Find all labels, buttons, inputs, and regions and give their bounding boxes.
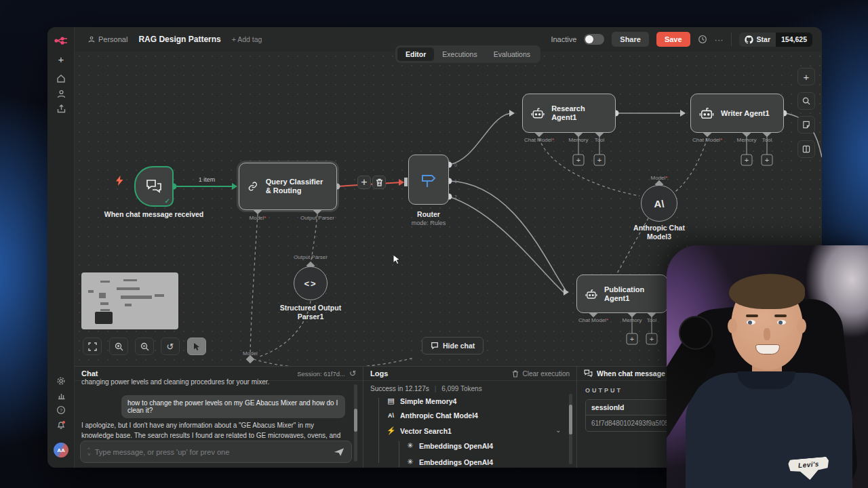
node-anthropic-chat-model[interactable]: A\ xyxy=(641,185,677,222)
toggle-panel-button[interactable] xyxy=(797,140,815,158)
zoom-out-icon xyxy=(140,342,149,351)
add-tag-button[interactable]: + Add tag xyxy=(232,35,262,43)
topbar-divider xyxy=(731,33,732,46)
sticky-note-button[interactable] xyxy=(797,116,815,134)
research-agent-label: Research Agent1 xyxy=(551,104,607,121)
add-node-on-edge-button[interactable]: + xyxy=(357,176,371,189)
node-query-classifier[interactable]: Query Classifier & Routing xyxy=(239,163,337,210)
add-workflow-button[interactable]: + xyxy=(47,51,75,67)
output-section-label: OUTPUT xyxy=(585,387,623,394)
clear-execution-button[interactable]: Clear execution xyxy=(512,370,570,378)
tab-editor[interactable]: Editor xyxy=(397,47,434,61)
minimap-viewport[interactable] xyxy=(95,312,113,324)
router-node-label: Router xyxy=(417,210,440,219)
research-tool-port: Tool xyxy=(595,137,605,143)
save-button[interactable]: Save xyxy=(656,32,690,47)
help-icon[interactable]: ? xyxy=(47,402,75,418)
home-icon[interactable] xyxy=(47,70,75,87)
svg-text:2: 2 xyxy=(454,195,457,199)
presenter-eye xyxy=(777,320,786,325)
presenter-brow xyxy=(746,314,758,317)
memory-icon: ▤ xyxy=(387,396,395,405)
publication-tool-port: Tool xyxy=(647,317,657,323)
send-icon[interactable] xyxy=(334,447,344,457)
node-router[interactable] xyxy=(408,155,449,205)
publication-agent-label: Publication Agent1 xyxy=(604,285,659,302)
svg-text:?: ? xyxy=(60,407,62,413)
workflow-title[interactable]: RAG Design Patterns xyxy=(138,35,220,44)
insights-chart-icon[interactable] xyxy=(47,387,75,403)
input-resize-hint: ^˅ xyxy=(87,447,91,458)
tab-evaluations[interactable]: Evaluations xyxy=(486,47,538,61)
logs-scrollbar[interactable] xyxy=(569,394,572,464)
collapse-chevron-icon[interactable]: ⌄ xyxy=(555,426,561,434)
zoom-out-button[interactable] xyxy=(135,338,154,355)
chat-trigger-icon xyxy=(146,179,162,194)
robot-icon xyxy=(585,287,597,301)
more-options-button[interactable]: ··· xyxy=(715,35,724,45)
editor-tabs: Editor Executions Evaluations xyxy=(395,45,540,63)
active-toggle[interactable] xyxy=(584,34,604,45)
tab-executions[interactable]: Executions xyxy=(434,47,485,61)
bottom-model-port-label: Model xyxy=(243,350,258,357)
hide-chat-button[interactable]: Hide chat xyxy=(422,337,484,354)
node-research-agent[interactable]: Research Agent1 xyxy=(522,94,616,133)
breadcrumb[interactable]: Personal xyxy=(88,35,127,43)
log-item-vector-search[interactable]: ⚡ Vector Search1 xyxy=(387,426,452,435)
tidy-up-button[interactable] xyxy=(187,338,206,355)
github-star-widget[interactable]: Star 154,625 xyxy=(739,33,812,47)
trigger-lightning-icon[interactable] xyxy=(115,176,124,188)
robot-icon xyxy=(531,106,545,120)
svg-text:+: + xyxy=(576,156,580,164)
svg-text:+: + xyxy=(630,335,634,343)
chat-input-box[interactable]: ^˅ xyxy=(80,441,352,463)
canvas-minimap[interactable] xyxy=(81,272,178,329)
node-chat-trigger[interactable]: ✓ xyxy=(134,166,174,207)
publication-chat-model-port: Chat Model* xyxy=(578,317,608,323)
execution-status: Success in 12.127s | 6,099 Tokens xyxy=(370,385,482,392)
router-signpost-icon xyxy=(419,170,438,189)
history-clock-icon[interactable] xyxy=(698,35,707,44)
chat-panel: Chat Session: 61f7d... ↺ changing power … xyxy=(75,367,363,468)
share-workflows-icon[interactable] xyxy=(47,100,75,117)
link-icon xyxy=(248,178,258,195)
presenter-torso xyxy=(686,373,852,488)
node-publication-agent[interactable]: Publication Agent1 xyxy=(576,274,668,313)
search-canvas-button[interactable] xyxy=(797,92,815,110)
log-item-simple-memory[interactable]: ▤ Simple Memory4 xyxy=(387,396,456,405)
log-item-embeddings-1[interactable]: ✳ Embeddings OpenAI4 xyxy=(406,441,493,450)
presenter-brow xyxy=(774,314,787,317)
notifications-bell-icon[interactable] xyxy=(47,417,75,433)
vector-search-icon: ⚡ xyxy=(387,426,395,435)
webcam-overlay: Levi's xyxy=(667,245,868,488)
reset-session-icon[interactable]: ↺ xyxy=(349,369,356,378)
chat-bubble-icon xyxy=(431,342,439,350)
chat-scrollbar[interactable] xyxy=(354,384,357,462)
delete-edge-button[interactable] xyxy=(372,176,386,189)
classifier-node-label: Query Classifier & Routing xyxy=(266,178,328,195)
classifier-model-port-label: Model* xyxy=(250,215,267,221)
zoom-in-button[interactable] xyxy=(109,338,128,355)
svg-text:+: + xyxy=(650,335,654,343)
undo-button[interactable]: ↺ xyxy=(161,338,180,355)
fit-view-button[interactable] xyxy=(83,338,102,355)
hide-chat-label: Hide chat xyxy=(443,342,475,350)
user-icon[interactable] xyxy=(47,85,75,102)
n8n-logo[interactable] xyxy=(47,33,75,49)
zoom-in-icon xyxy=(115,342,123,351)
node-writer-agent[interactable]: Writer Agent1 xyxy=(690,94,784,133)
node-structured-output-parser[interactable]: <> xyxy=(294,266,328,300)
anthropic-model-label: Anthropic ChatModel3 xyxy=(622,224,696,241)
router-node-subtitle: mode: Rules xyxy=(412,220,446,226)
research-chat-model-port: Chat Model* xyxy=(524,137,554,143)
presenter-ear-right xyxy=(797,319,806,333)
split-panel-icon xyxy=(802,145,810,153)
chat-message-input[interactable] xyxy=(95,448,334,456)
add-node-button[interactable]: + xyxy=(797,68,815,85)
log-item-embeddings-2[interactable]: ✳ Embeddings OpenAI4 xyxy=(406,458,493,466)
svg-text:1: 1 xyxy=(454,179,457,184)
share-button[interactable]: Share xyxy=(612,32,649,47)
logs-panel-title: Logs xyxy=(370,369,388,378)
user-avatar[interactable]: AA xyxy=(47,442,75,458)
log-item-anthropic-model[interactable]: A\ Anthropic Chat Model4 xyxy=(387,411,478,420)
